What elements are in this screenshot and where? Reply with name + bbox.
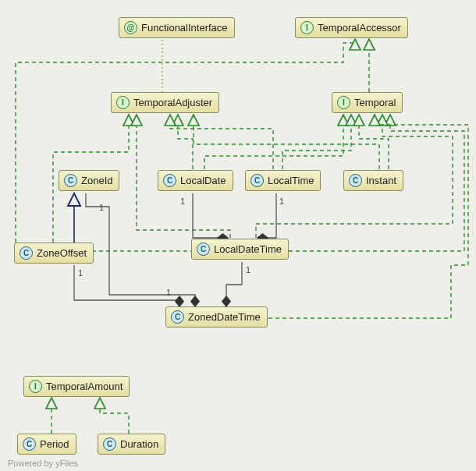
- node-period: C Period: [17, 434, 76, 455]
- node-label: TemporalAmount: [46, 381, 123, 392]
- node-temporal-adjuster: I TemporalAdjuster: [111, 92, 219, 113]
- class-icon: C: [197, 243, 210, 256]
- annotation-icon: @: [124, 21, 137, 34]
- node-label: LocalTime: [268, 175, 314, 186]
- node-label: LocalDateTime: [214, 243, 282, 255]
- class-icon: C: [349, 174, 362, 187]
- node-label: ZoneOffset: [37, 247, 87, 259]
- node-temporal: I Temporal: [332, 92, 403, 113]
- footer-credit: Powered by yFiles: [8, 459, 78, 468]
- multiplicity-label: 1: [246, 265, 250, 274]
- node-label: Period: [40, 438, 69, 450]
- node-label: ZoneId: [81, 175, 112, 186]
- multiplicity-label: 1: [279, 197, 284, 206]
- node-local-date-time: C LocalDateTime: [191, 239, 289, 260]
- node-zone-id: C ZoneId: [59, 170, 119, 191]
- node-instant: C Instant: [343, 170, 403, 191]
- node-duration: C Duration: [98, 434, 165, 455]
- class-icon: C: [20, 246, 33, 260]
- class-icon: C: [103, 437, 116, 451]
- diagram-connectors: [0, 0, 476, 471]
- node-zoned-date-time: C ZonedDateTime: [165, 306, 268, 328]
- node-local-time: C LocalTime: [245, 170, 321, 191]
- node-label: Duration: [120, 438, 158, 450]
- node-label: TemporalAccessor: [318, 22, 401, 34]
- multiplicity-label: 1: [180, 197, 185, 206]
- multiplicity-label: 1: [78, 268, 83, 278]
- interface-icon: I: [116, 96, 130, 109]
- node-temporal-accessor: I TemporalAccessor: [295, 17, 408, 38]
- node-local-date: C LocalDate: [158, 170, 233, 191]
- node-functional-interface: @ FunctionalInterface: [119, 17, 235, 38]
- interface-icon: I: [300, 21, 314, 34]
- class-icon: C: [163, 174, 176, 187]
- node-label: ZonedDateTime: [188, 311, 261, 323]
- class-icon: C: [64, 174, 77, 187]
- node-zone-offset: C ZoneOffset: [14, 243, 94, 264]
- class-icon: C: [171, 310, 184, 324]
- class-icon: C: [250, 174, 264, 187]
- multiplicity-label: 1: [99, 203, 104, 212]
- node-temporal-amount: I TemporalAmount: [23, 376, 130, 397]
- node-label: Temporal: [354, 97, 396, 108]
- multiplicity-label: 1: [166, 288, 171, 297]
- interface-icon: I: [337, 96, 350, 109]
- class-icon: C: [23, 437, 36, 451]
- node-label: FunctionalInterface: [141, 22, 228, 34]
- node-label: LocalDate: [180, 175, 226, 186]
- interface-icon: I: [29, 380, 42, 393]
- node-label: Instant: [366, 175, 396, 186]
- node-label: TemporalAdjuster: [133, 97, 212, 108]
